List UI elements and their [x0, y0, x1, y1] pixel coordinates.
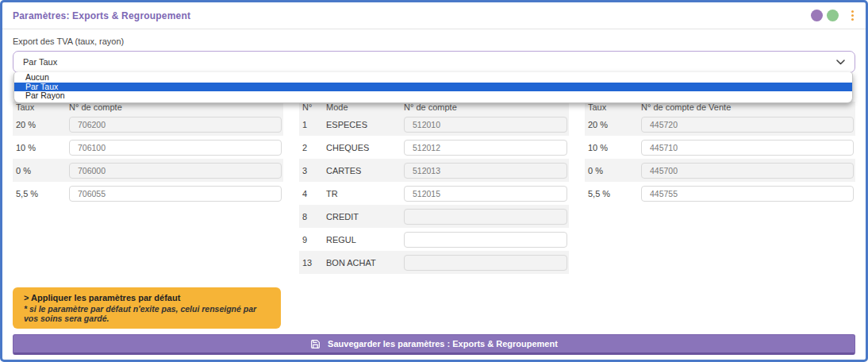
table-row: 10 %: [13, 136, 283, 159]
purchase-account-input[interactable]: [69, 117, 282, 133]
export-tva-label: Export des TVA (taux, rayon): [13, 37, 855, 48]
table-row: 10 %: [585, 136, 855, 159]
sales-account-input-cell: [641, 186, 855, 202]
mode-number: 13: [299, 258, 326, 268]
header-taux: Taux: [585, 102, 641, 112]
table-row: 0 %: [13, 159, 283, 182]
mode-account-input-cell: [404, 163, 569, 179]
mode-label: CREDIT: [326, 212, 404, 221]
mode-number: 8: [299, 212, 326, 221]
mode-account-input-cell: [404, 255, 569, 271]
export-tva-select[interactable]: Par Taux: [13, 51, 855, 73]
taux-label: 5,5 %: [585, 189, 641, 198]
table-row: 5,5 %: [585, 182, 855, 205]
mode-account-input-cell: [404, 117, 569, 133]
save-button-label: Sauvegarder les paramètres : Exports & R…: [328, 339, 558, 349]
purchase-account-input[interactable]: [69, 163, 282, 179]
table-row: 8CREDIT: [299, 205, 569, 228]
apply-defaults-link[interactable]: > Appliquer les paramètres par défaut: [24, 293, 271, 302]
tva-sales-table: TauxN° de compte de Vente 20 %10 %0 %5,5…: [585, 102, 855, 274]
sales-account-input[interactable]: [641, 140, 854, 156]
sales-account-input-cell: [641, 140, 855, 156]
dropdown-option[interactable]: Par Taux: [14, 83, 852, 92]
sales-account-input[interactable]: [641, 117, 854, 133]
mode-number: 2: [299, 143, 326, 152]
mode-label: ESPECES: [326, 120, 404, 129]
defaults-notice-hint: * si le paramètre par défaut n'exite pas…: [24, 304, 271, 323]
table-row: 5,5 %: [13, 182, 283, 205]
header-mode: Mode: [326, 102, 404, 112]
mode-account-input[interactable]: [404, 117, 567, 133]
tva-purchase-table: TauxN° de compte 20 %10 %0 %5,5 %: [13, 102, 283, 274]
table-row: 20 %: [13, 113, 283, 136]
sales-account-input-cell: [641, 117, 855, 133]
page-title: Paramètres: Exports & Regroupement: [13, 10, 190, 21]
taux-label: 0 %: [13, 166, 69, 175]
purchase-account-input-cell: [69, 186, 283, 202]
dropdown-option[interactable]: Par Rayon: [14, 91, 852, 101]
table-row: 2CHEQUES: [299, 136, 569, 159]
mode-account-input-cell: [404, 209, 569, 225]
save-floppy-icon: [310, 339, 321, 349]
table-row: 0 %: [585, 159, 855, 182]
header-compte: N° de compte: [69, 102, 283, 112]
mode-label: REGUL: [326, 235, 404, 245]
table-row: 1ESPECES: [299, 113, 569, 136]
taux-label: 20 %: [585, 120, 641, 129]
tva-sales-table-header: TauxN° de compte de Vente: [585, 102, 855, 113]
status-dot-purple[interactable]: [811, 10, 823, 21]
window-header: Paramètres: Exports & Regroupement: [2, 2, 866, 29]
export-tva-selected-value: Par Taux: [23, 57, 57, 67]
taux-label: 0 %: [585, 166, 641, 175]
mode-account-input[interactable]: [404, 209, 567, 225]
header-taux: Taux: [13, 102, 69, 112]
dropdown-option[interactable]: Aucun: [14, 73, 852, 83]
mode-number: 4: [299, 189, 326, 198]
taux-label: 5,5 %: [13, 189, 69, 198]
table-row: 20 %: [585, 113, 855, 136]
mode-account-input[interactable]: [404, 186, 567, 202]
taux-label: 10 %: [585, 143, 641, 152]
mode-account-input[interactable]: [404, 140, 567, 156]
mode-label: TR: [326, 189, 404, 198]
mode-label: BON ACHAT: [326, 258, 404, 268]
payment-modes-table: N°ModeN° de compte 1ESPECES2CHEQUES3CART…: [299, 102, 569, 274]
purchase-account-input-cell: [69, 140, 283, 156]
header-compte: N° de compte: [404, 102, 569, 112]
mode-number: 9: [299, 235, 326, 245]
sales-account-input[interactable]: [641, 163, 854, 179]
header-actions: [811, 9, 855, 22]
sales-account-input[interactable]: [641, 186, 854, 202]
mode-account-input-cell: [404, 186, 569, 202]
table-row: 4TR: [299, 182, 569, 205]
taux-label: 20 %: [13, 120, 69, 129]
table-row: 3CARTES: [299, 159, 569, 182]
table-row: 13BON ACHAT: [299, 251, 569, 274]
accounts-tables: TauxN° de compte 20 %10 %0 %5,5 % N°Mode…: [13, 102, 855, 274]
purchase-account-input[interactable]: [69, 186, 282, 202]
purchase-account-input-cell: [69, 117, 283, 133]
header-num: N°: [299, 102, 326, 112]
header-compte: N° de compte de Vente: [641, 102, 855, 112]
mode-account-input-cell: [404, 140, 569, 156]
mode-label: CARTES: [326, 166, 404, 175]
kebab-menu-icon[interactable]: [850, 9, 855, 22]
status-dot-green[interactable]: [827, 10, 839, 21]
mode-account-input-cell: [404, 232, 569, 248]
tva-purchase-table-header: TauxN° de compte: [13, 102, 283, 113]
export-tva-dropdown-list: AucunPar TauxPar Rayon: [13, 72, 853, 103]
table-row: 9REGUL: [299, 228, 569, 251]
mode-account-input[interactable]: [404, 163, 567, 179]
settings-window: Paramètres: Exports & Regroupement Expor…: [0, 0, 868, 362]
mode-account-input[interactable]: [404, 232, 567, 248]
purchase-account-input-cell: [69, 163, 283, 179]
defaults-notice[interactable]: > Appliquer les paramètres par défaut * …: [13, 287, 281, 329]
taux-label: 10 %: [13, 143, 69, 152]
purchase-account-input[interactable]: [69, 140, 282, 156]
mode-account-input[interactable]: [404, 255, 567, 271]
mode-number: 3: [299, 166, 326, 175]
sales-account-input-cell: [641, 163, 855, 179]
mode-label: CHEQUES: [326, 143, 404, 152]
payment-modes-table-header: N°ModeN° de compte: [299, 102, 569, 113]
save-settings-button[interactable]: Sauvegarder les paramètres : Exports & R…: [13, 334, 855, 355]
